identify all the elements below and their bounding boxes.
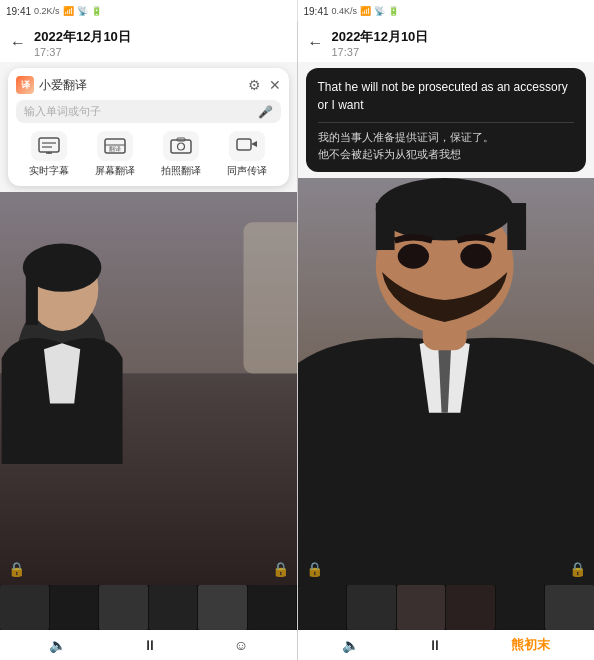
thumb-2: [50, 585, 99, 630]
right-bottom-controls: 🔈 ⏸ 熊初末: [298, 630, 595, 660]
right-thumb-1: [298, 585, 347, 630]
time-left: 19:41: [6, 6, 31, 17]
svg-rect-19: [26, 265, 38, 325]
status-bar: 19:41 0.2K/s 📶 📡 🔋 19:41 0.4K/s 📶 📡 🔋: [0, 0, 594, 22]
watermark-text: 熊初末: [511, 636, 550, 654]
right-panel-header: ← 2022年12月10日 17:37: [298, 22, 595, 62]
app-name: 小爱翻译: [39, 77, 87, 94]
thumb-5: [198, 585, 247, 630]
popup-header: 译 小爱翻译 ⚙ ✕: [16, 76, 281, 94]
svg-rect-26: [507, 203, 526, 250]
photo-translate-button[interactable]: 拍照翻译: [161, 131, 201, 178]
photo-translate-label: 拍照翻译: [161, 164, 201, 178]
right-thumb-3: [397, 585, 446, 630]
realtime-caption-button[interactable]: 实时字幕: [29, 131, 69, 178]
svg-text:翻译: 翻译: [109, 146, 121, 152]
screen-translate-icon: 翻译: [97, 131, 133, 161]
settings-icon[interactable]: ⚙: [248, 77, 261, 93]
signal-icon-right: 📶: [360, 6, 371, 16]
right-lock-icon-bl: 🔒: [306, 561, 323, 577]
left-scene-svg: [0, 192, 297, 585]
left-video-scene: 🔒 🔒: [0, 192, 297, 585]
right-thumb-2: [347, 585, 396, 630]
svg-marker-12: [251, 141, 257, 147]
svg-rect-11: [237, 139, 251, 150]
status-bar-right: 19:41 0.4K/s 📶 📡 🔋: [298, 0, 595, 22]
translation-bubble: That he will not be prosecuted as an acc…: [306, 68, 587, 172]
right-pause-icon[interactable]: ⏸: [428, 637, 442, 653]
right-panel-title: 2022年12月10日: [332, 28, 429, 46]
bubble-english-text: That he will not be prosecuted as an acc…: [318, 78, 575, 114]
left-filmstrip[interactable]: [0, 585, 297, 630]
simultaneous-translate-button[interactable]: 同声传译: [227, 131, 267, 178]
thumb-6: [248, 585, 297, 630]
right-thumb-5: [496, 585, 545, 630]
right-thumb-6: [545, 585, 594, 630]
app-icon: 译: [16, 76, 34, 94]
left-bottom-controls: 🔈 ⏸ ☺: [0, 630, 297, 660]
speed-right: 0.4K/s: [332, 6, 358, 16]
popup-action-buttons: ⚙ ✕: [248, 77, 281, 93]
right-title-group: 2022年12月10日 17:37: [332, 28, 429, 58]
close-icon[interactable]: ✕: [269, 77, 281, 93]
left-back-button[interactable]: ←: [10, 34, 26, 52]
screen-translate-label: 屏幕翻译: [95, 164, 135, 178]
left-smiley-icon[interactable]: ☺: [234, 637, 248, 653]
time-right: 19:41: [304, 6, 329, 17]
left-panel: ← 2022年12月10日 17:37 译 小爱翻译 ⚙ ✕: [0, 22, 297, 660]
right-volume-icon[interactable]: 🔈: [342, 637, 359, 653]
translation-popup: 译 小爱翻译 ⚙ ✕ 输入单词或句子 🎤: [8, 68, 289, 186]
right-thumb-4: [446, 585, 495, 630]
speed-left: 0.2K/s: [34, 6, 60, 16]
thumb-1: [0, 585, 49, 630]
svg-rect-8: [171, 140, 191, 153]
left-pause-icon[interactable]: ⏸: [143, 637, 157, 653]
svg-point-24: [375, 178, 513, 241]
left-panel-title: 2022年12月10日: [34, 28, 131, 46]
translation-search-bar[interactable]: 输入单词或句子 🎤: [16, 100, 281, 123]
right-back-button[interactable]: ←: [308, 34, 324, 52]
wifi-icon-left: 📡: [77, 6, 88, 16]
right-video-area: 🔒 🔒: [298, 178, 595, 585]
thumb-4: [149, 585, 198, 630]
left-volume-icon[interactable]: 🔈: [49, 637, 66, 653]
right-video-scene: 🔒 🔒: [298, 178, 595, 585]
thumb-3: [99, 585, 148, 630]
feature-buttons-row: 实时字幕 翻译 屏幕翻译: [16, 131, 281, 178]
screen-translate-button[interactable]: 翻译 屏幕翻译: [95, 131, 135, 178]
svg-rect-15: [243, 222, 296, 373]
svg-rect-25: [375, 203, 394, 250]
left-panel-subtitle: 17:37: [34, 46, 131, 58]
signal-icon-left: 📶: [63, 6, 74, 16]
svg-rect-0: [39, 138, 59, 152]
wifi-icon-right: 📡: [374, 6, 385, 16]
battery-icon-right: 🔋: [388, 6, 399, 16]
realtime-caption-icon: [31, 131, 67, 161]
left-video-area: 🔒 🔒: [0, 192, 297, 585]
left-lock-icon-br: 🔒: [272, 561, 289, 577]
svg-point-27: [397, 244, 428, 269]
photo-translate-icon: [163, 131, 199, 161]
simultaneous-translate-label: 同声传译: [227, 164, 267, 178]
right-panel: ← 2022年12月10日 17:37 That he will not be …: [298, 22, 595, 660]
status-bar-left: 19:41 0.2K/s 📶 📡 🔋: [0, 0, 297, 22]
right-scene-svg: [298, 178, 595, 585]
left-title-group: 2022年12月10日 17:37: [34, 28, 131, 58]
bubble-divider: [318, 122, 575, 123]
svg-point-9: [178, 143, 185, 150]
bubble-chinese-line2: 他不会被起诉为从犯或者我想: [318, 146, 575, 163]
popup-title-row: 译 小爱翻译: [16, 76, 87, 94]
search-placeholder: 输入单词或句子: [24, 104, 258, 119]
left-panel-header: ← 2022年12月10日 17:37: [0, 22, 297, 62]
svg-point-28: [460, 244, 491, 269]
right-panel-subtitle: 17:37: [332, 46, 429, 58]
mic-icon[interactable]: 🎤: [258, 105, 273, 119]
right-lock-icon-br: 🔒: [569, 561, 586, 577]
bubble-chinese-line1: 我的当事人准备提供证词，保证了。: [318, 129, 575, 146]
realtime-caption-label: 实时字幕: [29, 164, 69, 178]
left-lock-icon-bl: 🔒: [8, 561, 25, 577]
simultaneous-translate-icon: [229, 131, 265, 161]
right-filmstrip[interactable]: [298, 585, 595, 630]
battery-icon-left: 🔋: [91, 6, 102, 16]
